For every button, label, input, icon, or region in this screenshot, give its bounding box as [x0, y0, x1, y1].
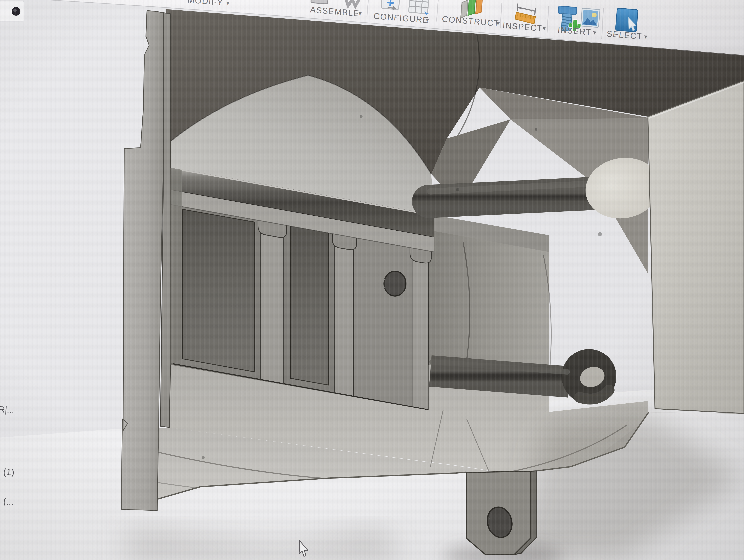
- configuration-icon: [381, 0, 400, 10]
- pocket-1: [174, 193, 261, 381]
- right-panel: [648, 81, 744, 413]
- select-cursor-icon: [616, 8, 638, 32]
- caret-down-icon: ▾: [358, 10, 362, 17]
- rib-2: [332, 211, 357, 397]
- browser-tree-item[interactable]: Rļ...: [0, 404, 14, 415]
- caret-down-icon: ▾: [593, 29, 597, 36]
- record-indicator: [0, 1, 24, 21]
- mounting-tab: [466, 471, 537, 555]
- insert-image-icon: [581, 8, 600, 28]
- caret-down-icon: ▾: [542, 25, 546, 32]
- caret-down-icon: ▾: [226, 0, 230, 7]
- pillar-hole: [384, 271, 406, 296]
- caret-down-icon: ▾: [496, 20, 500, 27]
- viewport-canvas[interactable]: [0, 0, 744, 560]
- pocket-2: [284, 213, 335, 394]
- browser-tree-item[interactable]: ) (...: [0, 496, 14, 507]
- browser-tree-item[interactable]: ) (1): [0, 466, 14, 477]
- rib-3: [410, 225, 432, 410]
- left-wall-corner-shade: [171, 168, 182, 365]
- caret-down-icon: ▾: [425, 16, 429, 24]
- configuration-table-icon: [408, 0, 431, 15]
- rib-1: [258, 198, 287, 386]
- screen-photo: MODIFY ▾ ASSEMBLE ▾: [0, 0, 744, 560]
- caret-down-icon: ▾: [644, 33, 647, 40]
